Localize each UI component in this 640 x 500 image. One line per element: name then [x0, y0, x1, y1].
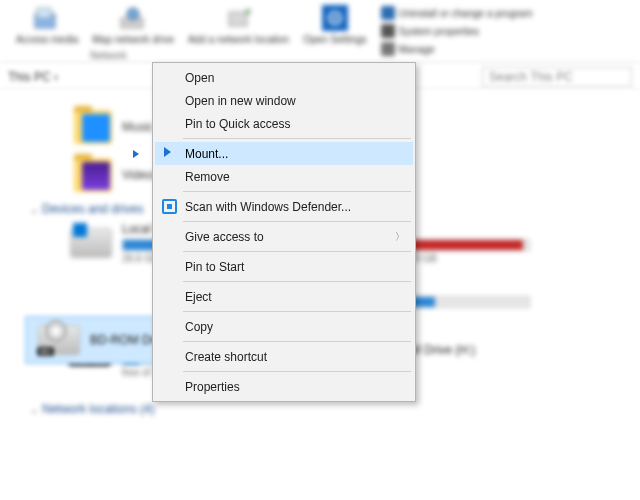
menu-copy[interactable]: Copy	[155, 315, 413, 338]
ribbon-side: Uninstall or change a program System pro…	[381, 4, 533, 56]
optical-drive-icon: BD	[38, 325, 80, 355]
menu-separator	[183, 341, 411, 342]
properties-icon	[381, 24, 395, 38]
menu-separator	[183, 138, 411, 139]
ribbon-uninstall[interactable]: Uninstall or change a program	[381, 6, 533, 20]
menu-separator	[183, 281, 411, 282]
menu-separator	[183, 191, 411, 192]
ribbon-label: Access media	[16, 34, 78, 45]
menu-remove[interactable]: Remove	[155, 165, 413, 188]
menu-separator	[183, 251, 411, 252]
svg-rect-1	[37, 8, 51, 18]
map-drive-icon	[119, 4, 147, 32]
chevron-down-icon: ⌄	[30, 204, 38, 215]
folder-icon	[74, 110, 112, 144]
folder-icon	[74, 158, 112, 192]
svg-text:+: +	[244, 6, 252, 19]
svg-point-3	[127, 8, 139, 20]
menu-open-new-window[interactable]: Open in new window	[155, 89, 413, 112]
menu-eject[interactable]: Eject	[155, 285, 413, 308]
menu-mount[interactable]: Mount...	[155, 142, 413, 165]
manage-icon	[381, 42, 395, 56]
submenu-indicator-icon	[164, 147, 171, 157]
breadcrumb[interactable]: This PC ›	[8, 70, 58, 84]
video-icon	[82, 162, 110, 190]
hdd-icon	[70, 228, 112, 258]
menu-pin-start[interactable]: Pin to Start	[155, 255, 413, 278]
menu-pin-quick-access[interactable]: Pin to Quick access	[155, 112, 413, 135]
add-location-icon: +	[225, 4, 253, 32]
defender-icon	[161, 198, 177, 214]
menu-scan-defender[interactable]: Scan with Windows Defender...	[155, 195, 413, 218]
media-icon	[33, 4, 61, 32]
menu-properties[interactable]: Properties	[155, 375, 413, 398]
menu-separator	[183, 311, 411, 312]
play-triangle-icon	[133, 150, 139, 158]
ribbon-manage[interactable]: Manage	[381, 42, 533, 56]
svg-point-8	[333, 16, 337, 20]
menu-separator	[183, 371, 411, 372]
uninstall-icon	[381, 6, 395, 20]
ribbon-group-label: Network	[90, 50, 127, 61]
menu-separator	[183, 221, 411, 222]
chevron-down-icon: ⌄	[30, 404, 38, 415]
ribbon-toolbar: Access media Map network drive + Add a n…	[0, 0, 640, 64]
ribbon-sysprop[interactable]: System properties	[381, 24, 533, 38]
menu-give-access[interactable]: Give access to 〉	[155, 225, 413, 248]
search-input[interactable]: Search This PC	[482, 67, 632, 87]
ribbon-label: Add a network location	[188, 34, 289, 45]
settings-icon	[321, 4, 349, 32]
menu-create-shortcut[interactable]: Create shortcut	[155, 345, 413, 368]
ribbon-map-drive[interactable]: Map network drive	[92, 4, 174, 45]
ribbon-access-media[interactable]: Access media	[16, 4, 78, 45]
menu-open[interactable]: Open	[155, 66, 413, 89]
ribbon-label: Map network drive	[92, 34, 174, 45]
chevron-right-icon: 〉	[395, 230, 405, 244]
ribbon-open-settings[interactable]: Open Settings	[303, 4, 366, 45]
context-menu: Open Open in new window Pin to Quick acc…	[152, 62, 416, 402]
music-note-icon	[82, 114, 110, 142]
hdd-icon	[70, 278, 112, 308]
ribbon-label: Open Settings	[303, 34, 366, 45]
ribbon-add-location[interactable]: + Add a network location	[188, 4, 289, 45]
folder-label: Music	[122, 120, 153, 134]
